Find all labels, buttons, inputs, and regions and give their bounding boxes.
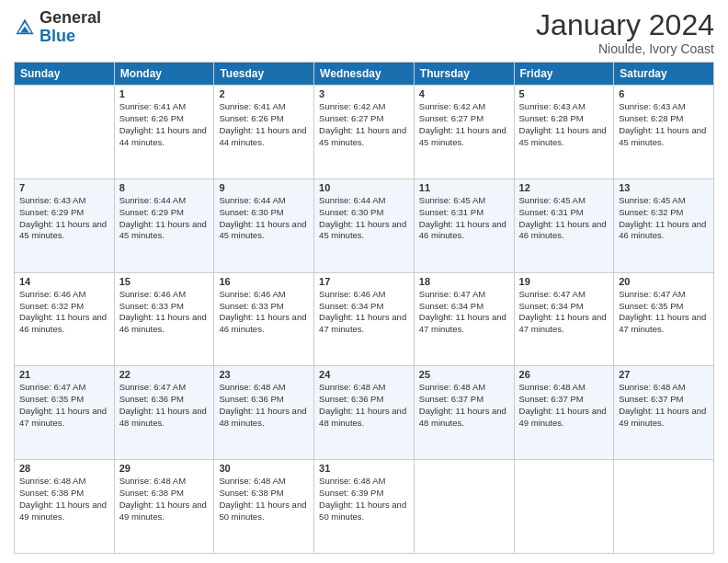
calendar-cell [414,460,514,554]
calendar-cell: 27Sunrise: 6:48 AMSunset: 6:37 PMDayligh… [614,366,714,460]
calendar-cell: 3Sunrise: 6:42 AMSunset: 6:27 PMDaylight… [314,86,415,179]
cell-info-line: Sunset: 6:32 PM [619,207,709,219]
cell-info-line: Daylight: 11 hours and 47 minutes. [619,312,709,336]
cell-info-line: Daylight: 11 hours and 50 minutes. [319,500,409,523]
calendar-cell: 12Sunrise: 6:45 AMSunset: 6:31 PMDayligh… [514,178,614,272]
week-row-3: 14Sunrise: 6:46 AMSunset: 6:32 PMDayligh… [15,272,714,366]
title-block: January 2024 Nioulde, Ivory Coast [536,9,714,56]
cell-info: Sunrise: 6:46 AMSunset: 6:34 PMDaylight:… [319,289,409,336]
cell-info-line: Sunset: 6:36 PM [319,394,409,406]
cell-info-line: Daylight: 11 hours and 46 minutes. [119,312,210,336]
cell-info-line: Sunset: 6:37 PM [519,394,609,406]
cell-date: 7 [19,182,109,193]
calendar-cell: 8Sunrise: 6:44 AMSunset: 6:29 PMDaylight… [114,178,214,272]
cell-info-line: Daylight: 11 hours and 47 minutes. [19,406,109,430]
cell-info-line: Sunrise: 6:45 AM [419,195,509,207]
cell-info-line: Sunset: 6:37 PM [419,394,509,406]
cell-info-line: Sunrise: 6:43 AM [619,101,709,113]
cell-info-line: Daylight: 11 hours and 46 minutes. [19,312,109,336]
cell-info-line: Sunset: 6:27 PM [419,113,509,125]
cell-info-line: Daylight: 11 hours and 45 minutes. [619,125,709,149]
calendar-cell: 18Sunrise: 6:47 AMSunset: 6:34 PMDayligh… [414,272,514,366]
cell-date: 15 [119,276,210,287]
calendar-cell [15,86,115,179]
cell-info-line: Daylight: 11 hours and 49 minutes. [119,500,210,523]
month-title: January 2024 [536,9,714,41]
cell-info-line: Sunrise: 6:48 AM [219,382,309,394]
cell-info: Sunrise: 6:45 AMSunset: 6:31 PMDaylight:… [519,195,609,242]
cell-date: 16 [219,276,309,287]
cell-info: Sunrise: 6:42 AMSunset: 6:27 PMDaylight:… [319,101,409,148]
cell-info-line: Daylight: 11 hours and 50 minutes. [219,500,309,523]
cell-info-line: Sunset: 6:36 PM [119,394,210,406]
calendar-cell: 19Sunrise: 6:47 AMSunset: 6:34 PMDayligh… [514,272,614,366]
location: Nioulde, Ivory Coast [536,41,714,56]
cell-info-line: Daylight: 11 hours and 46 minutes. [219,312,309,336]
calendar-cell: 5Sunrise: 6:43 AMSunset: 6:28 PMDaylight… [514,86,614,179]
cell-date: 19 [519,276,609,287]
calendar-cell: 15Sunrise: 6:46 AMSunset: 6:33 PMDayligh… [114,272,214,366]
calendar-cell: 24Sunrise: 6:48 AMSunset: 6:36 PMDayligh… [314,366,415,460]
cell-info-line: Daylight: 11 hours and 45 minutes. [519,125,609,149]
cell-info-line: Sunrise: 6:46 AM [119,289,210,301]
cell-info-line: Sunrise: 6:48 AM [319,382,409,394]
calendar-cell [514,460,614,554]
cell-info-line: Daylight: 11 hours and 45 minutes. [19,219,109,243]
cell-info-line: Daylight: 11 hours and 45 minutes. [319,125,409,149]
logo-blue-text: Blue [40,27,75,45]
cell-info-line: Sunset: 6:38 PM [19,488,109,500]
cell-info-line: Sunset: 6:38 PM [119,488,210,500]
cell-date: 6 [619,88,709,99]
cell-info-line: Sunrise: 6:43 AM [19,195,109,207]
week-row-5: 28Sunrise: 6:48 AMSunset: 6:38 PMDayligh… [15,460,714,554]
cell-info-line: Sunset: 6:31 PM [519,207,609,219]
cell-info-line: Daylight: 11 hours and 49 minutes. [619,406,709,430]
cell-info-line: Sunrise: 6:46 AM [319,289,409,301]
cell-info: Sunrise: 6:43 AMSunset: 6:29 PMDaylight:… [19,195,109,242]
cell-info-line: Sunset: 6:26 PM [219,113,309,125]
cell-info: Sunrise: 6:44 AMSunset: 6:30 PMDaylight:… [319,195,409,242]
day-header-wednesday: Wednesday [314,63,415,86]
cell-info: Sunrise: 6:46 AMSunset: 6:32 PMDaylight:… [19,289,109,336]
cell-info-line: Sunrise: 6:48 AM [319,476,409,488]
cell-info-line: Daylight: 11 hours and 46 minutes. [419,219,509,243]
calendar-cell: 6Sunrise: 6:43 AMSunset: 6:28 PMDaylight… [614,86,714,179]
calendar-header-row: SundayMondayTuesdayWednesdayThursdayFrid… [15,63,714,86]
cell-date: 29 [119,463,210,474]
cell-date: 20 [619,276,709,287]
cell-info: Sunrise: 6:46 AMSunset: 6:33 PMDaylight:… [119,289,210,336]
cell-info-line: Sunset: 6:36 PM [219,394,309,406]
cell-info: Sunrise: 6:41 AMSunset: 6:26 PMDaylight:… [219,101,309,148]
cell-date: 28 [19,463,109,474]
cell-info-line: Sunset: 6:30 PM [319,207,409,219]
cell-info-line: Sunrise: 6:48 AM [619,382,709,394]
cell-date: 24 [319,369,409,380]
cell-info-line: Sunset: 6:26 PM [119,113,210,125]
cell-info: Sunrise: 6:48 AMSunset: 6:37 PMDaylight:… [619,382,709,429]
calendar-cell: 9Sunrise: 6:44 AMSunset: 6:30 PMDaylight… [214,178,314,272]
cell-info-line: Sunrise: 6:43 AM [519,101,609,113]
cell-info: Sunrise: 6:43 AMSunset: 6:28 PMDaylight:… [619,101,709,148]
cell-info-line: Sunrise: 6:47 AM [619,289,709,301]
cell-info-line: Sunset: 6:35 PM [19,394,109,406]
day-header-sunday: Sunday [15,63,115,86]
cell-info-line: Daylight: 11 hours and 46 minutes. [519,219,609,243]
cell-date: 10 [319,182,409,193]
cell-info-line: Sunrise: 6:41 AM [119,101,210,113]
cell-info: Sunrise: 6:43 AMSunset: 6:28 PMDaylight:… [519,101,609,148]
calendar-cell: 22Sunrise: 6:47 AMSunset: 6:36 PMDayligh… [114,366,214,460]
cell-info: Sunrise: 6:48 AMSunset: 6:38 PMDaylight:… [19,476,109,523]
calendar-cell: 26Sunrise: 6:48 AMSunset: 6:37 PMDayligh… [514,366,614,460]
cell-info: Sunrise: 6:45 AMSunset: 6:32 PMDaylight:… [619,195,709,242]
cell-info: Sunrise: 6:48 AMSunset: 6:38 PMDaylight:… [119,476,210,523]
cell-info-line: Daylight: 11 hours and 48 minutes. [419,406,509,430]
calendar-cell: 16Sunrise: 6:46 AMSunset: 6:33 PMDayligh… [214,272,314,366]
calendar-cell: 28Sunrise: 6:48 AMSunset: 6:38 PMDayligh… [15,460,115,554]
cell-info-line: Sunrise: 6:44 AM [319,195,409,207]
cell-date: 26 [519,369,609,380]
cell-info: Sunrise: 6:42 AMSunset: 6:27 PMDaylight:… [419,101,509,148]
cell-date: 23 [219,369,309,380]
day-header-thursday: Thursday [414,63,514,86]
cell-info-line: Sunrise: 6:46 AM [219,289,309,301]
day-header-monday: Monday [114,63,214,86]
